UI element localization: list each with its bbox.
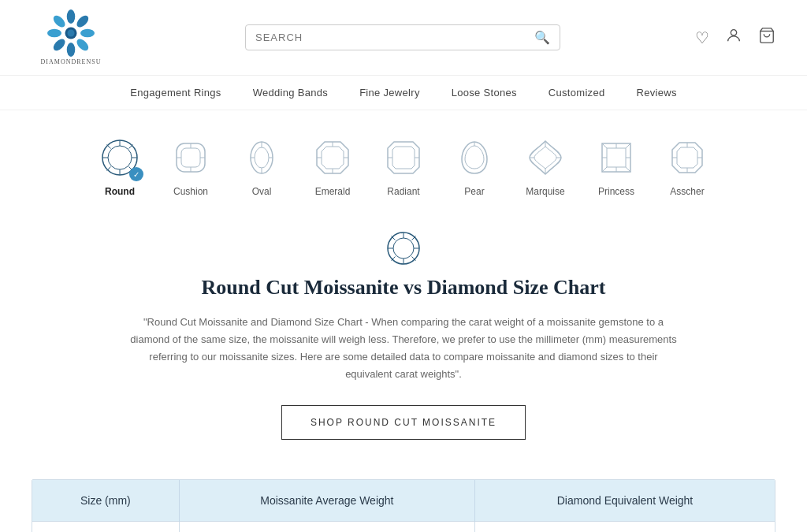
emerald-diamond-icon [312, 137, 353, 178]
svg-line-54 [626, 167, 630, 172]
svg-point-1 [75, 13, 91, 29]
size-chart-table: Size (mm) Moissanite Average Weight Diam… [32, 480, 775, 532]
shape-pear-label: Pear [464, 186, 484, 197]
svg-marker-41 [392, 147, 415, 169]
col-diamond-weight: Diamond Equivalent Weight [475, 480, 775, 522]
table-row: 3.00.110.11 [32, 522, 775, 532]
shape-asscher[interactable]: Asscher [664, 134, 711, 197]
shape-round-icon-wrap: ✓ [96, 134, 143, 181]
oval-diamond-icon [241, 137, 282, 178]
shape-oval[interactable]: Oval [238, 134, 285, 197]
nav-fine-jewelry[interactable]: Fine Jewelry [359, 87, 420, 99]
size-chart-table-container: Size (mm) Moissanite Average Weight Diam… [32, 479, 775, 532]
cart-button[interactable] [758, 27, 775, 48]
svg-line-20 [129, 145, 133, 149]
shape-pear-icon-wrap [451, 134, 498, 181]
search-icon: 🔍 [534, 31, 550, 44]
shape-pear[interactable]: Pear [451, 134, 498, 197]
main-content: Round Cut Moissanite vs Diamond Size Cha… [0, 205, 807, 479]
svg-point-0 [67, 9, 76, 24]
wishlist-button[interactable]: ♡ [695, 28, 709, 47]
nav-reviews[interactable]: Reviews [636, 87, 676, 99]
svg-point-6 [47, 29, 61, 38]
shape-oval-icon-wrap [238, 134, 285, 181]
shape-marquise-icon-wrap [522, 134, 569, 181]
shape-round-label: Round [105, 186, 135, 197]
shape-selector: ✓ Round Cushion [0, 110, 807, 205]
nav-wedding-bands[interactable]: Wedding Bands [253, 87, 328, 99]
nav-loose-stones[interactable]: Loose Stones [452, 87, 517, 99]
marquise-diamond-icon [525, 137, 566, 178]
main-nav: Engagement Rings Wedding Bands Fine Jewe… [0, 76, 807, 110]
shape-cushion-icon-wrap [167, 134, 214, 181]
col-size-mm: Size (mm) [32, 480, 179, 522]
svg-point-13 [108, 146, 132, 169]
shape-radiant-icon-wrap [380, 134, 427, 181]
svg-line-52 [626, 143, 630, 148]
search-input[interactable] [255, 32, 534, 43]
svg-point-9 [68, 30, 75, 37]
cart-icon [758, 30, 775, 47]
svg-marker-35 [322, 147, 344, 169]
svg-point-2 [80, 29, 95, 38]
svg-point-7 [51, 13, 67, 29]
svg-point-66 [393, 238, 414, 259]
shape-princess-label: Princess [598, 186, 634, 197]
page-title: Round Cut Moissanite vs Diamond Size Cha… [32, 276, 775, 299]
svg-point-5 [51, 37, 67, 53]
center-round-icon [384, 229, 423, 268]
table-cell-0-1: 0.11 [179, 522, 474, 532]
shop-round-cut-button[interactable]: SHOP ROUND CUT MOISSANITE [281, 405, 526, 440]
page-description: "Round Cut Moissanite and Diamond Size C… [128, 314, 679, 383]
shape-cushion[interactable]: Cushion [167, 134, 214, 197]
shape-radiant-label: Radiant [387, 186, 419, 197]
table-cell-0-2: 0.11 [475, 522, 775, 532]
account-icon [725, 30, 742, 47]
shape-emerald-icon-wrap [309, 134, 356, 181]
col-moissanite-weight: Moissanite Average Weight [179, 480, 474, 522]
princess-diamond-icon [596, 137, 637, 178]
header-icons: ♡ [695, 27, 775, 48]
heart-icon: ♡ [695, 29, 709, 47]
svg-rect-50 [607, 148, 626, 167]
svg-line-21 [107, 167, 111, 171]
shape-round[interactable]: ✓ Round [96, 134, 143, 197]
header: DIAMONDRENSU 🔍 ♡ [0, 0, 807, 76]
svg-point-10 [731, 30, 736, 35]
svg-point-4 [67, 43, 76, 57]
radiant-diamond-icon [383, 137, 424, 178]
search-bar[interactable]: 🔍 [245, 24, 560, 50]
shape-princess[interactable]: Princess [593, 134, 640, 197]
asscher-diamond-icon [667, 137, 708, 178]
table-cell-0-0: 3.0 [32, 522, 179, 532]
shape-emerald-label: Emerald [315, 186, 351, 197]
logo: DIAMONDRENSU [32, 9, 110, 65]
logo-text: DIAMONDRENSU [41, 58, 102, 65]
svg-line-18 [107, 145, 111, 149]
shape-asscher-label: Asscher [670, 186, 704, 197]
shape-asscher-icon-wrap [664, 134, 711, 181]
search-button[interactable]: 🔍 [534, 30, 550, 45]
account-button[interactable] [725, 27, 742, 48]
active-checkmark: ✓ [129, 167, 143, 181]
nav-customized[interactable]: Customized [549, 87, 605, 99]
shape-cushion-label: Cushion [173, 186, 208, 197]
nav-engagement-rings[interactable]: Engagement Rings [130, 87, 221, 99]
table-body: 3.00.110.113.50.170.184.00.240.25 [32, 522, 775, 532]
cushion-diamond-icon [170, 137, 211, 178]
shape-marquise[interactable]: Marquise [522, 134, 569, 197]
svg-line-51 [602, 143, 607, 148]
pear-diamond-icon [454, 137, 495, 178]
shape-princess-icon-wrap [593, 134, 640, 181]
shape-marquise-label: Marquise [526, 186, 564, 197]
shape-emerald[interactable]: Emerald [309, 134, 356, 197]
svg-rect-23 [181, 148, 200, 167]
table-header: Size (mm) Moissanite Average Weight Diam… [32, 480, 775, 522]
shape-oval-label: Oval [252, 186, 272, 197]
svg-point-29 [255, 147, 269, 168]
svg-marker-60 [677, 147, 697, 168]
svg-point-3 [75, 37, 91, 53]
svg-line-53 [602, 167, 607, 172]
logo-icon [47, 9, 95, 57]
shape-radiant[interactable]: Radiant [380, 134, 427, 197]
